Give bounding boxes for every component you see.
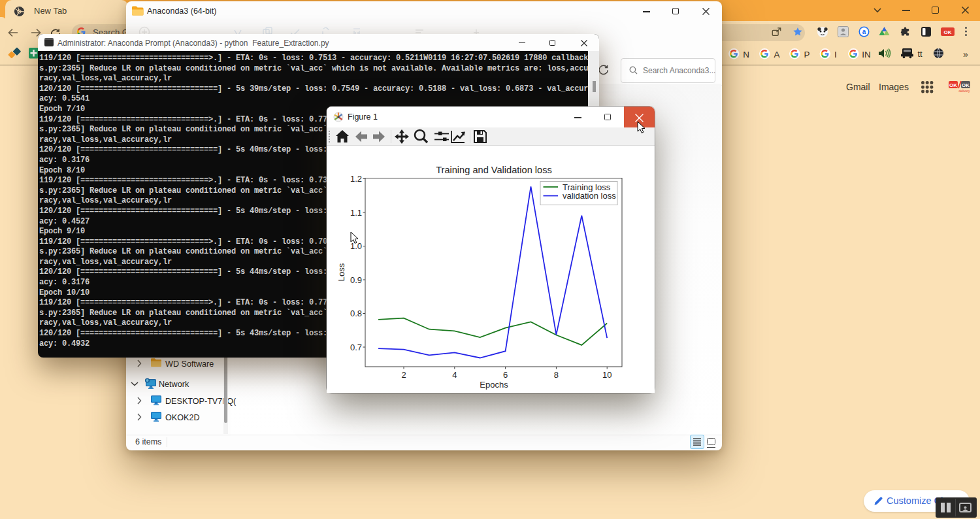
svg-text:N: N	[743, 50, 749, 59]
svg-text:0.9: 0.9	[350, 275, 362, 285]
svg-text:0.7: 0.7	[350, 343, 362, 352]
svg-text:4: 4	[452, 370, 457, 380]
svg-text:OKOK2D: OKOK2D	[165, 413, 200, 422]
svg-text:Training and Validation loss: Training and Validation loss	[436, 165, 552, 175]
svg-text:Epochs: Epochs	[480, 380, 508, 390]
svg-text:Network: Network	[159, 380, 189, 389]
svg-text:tt: tt	[917, 49, 923, 59]
svg-text:IN: IN	[862, 50, 871, 59]
svg-text:validation loss: validation loss	[563, 191, 616, 201]
svg-text:»: »	[963, 49, 968, 59]
svg-text:OK: OK	[962, 82, 970, 88]
svg-text:WD Software: WD Software	[165, 360, 214, 369]
svg-text:P: P	[804, 50, 809, 59]
svg-text:1.1: 1.1	[350, 208, 362, 218]
svg-text:6: 6	[503, 370, 508, 380]
svg-text:0.8: 0.8	[350, 309, 362, 318]
svg-text:8: 8	[554, 370, 559, 380]
svg-text:OK: OK	[949, 82, 957, 88]
svg-text:I: I	[834, 50, 837, 59]
svg-text:A: A	[774, 50, 779, 59]
svg-text:2: 2	[401, 370, 406, 380]
svg-text:10: 10	[602, 370, 612, 380]
svg-text:delivery: delivery	[958, 89, 970, 93]
svg-text:a: a	[862, 28, 866, 35]
svg-text:1.2: 1.2	[350, 174, 362, 184]
svg-text:Loss: Loss	[336, 263, 346, 281]
svg-text:OK: OK	[944, 29, 952, 35]
